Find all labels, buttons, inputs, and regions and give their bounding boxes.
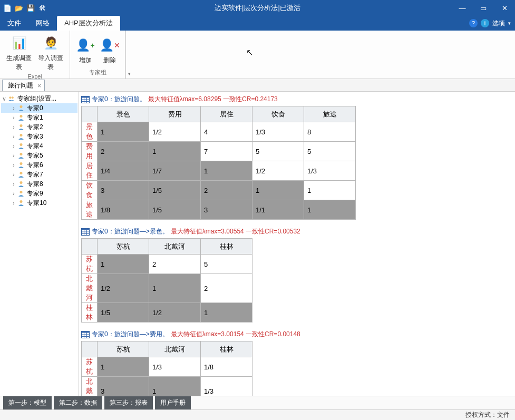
matrix-cell[interactable]: 1/3 <box>252 122 304 142</box>
person-icon <box>17 180 25 188</box>
svg-point-11 <box>20 162 23 165</box>
info-icon[interactable]: i <box>481 19 489 27</box>
matrix-cell[interactable]: 1/3 <box>149 357 201 377</box>
matrix-cell[interactable]: 1 <box>304 181 356 200</box>
tree-panel: v 专家组(设置... ›专家0›专家1›专家2›专家3›专家4›专家5›专家6… <box>0 92 79 396</box>
matrix-cell[interactable]: 7 <box>201 142 252 161</box>
tree-expand-icon[interactable]: v <box>1 96 7 102</box>
matrix-cell[interactable]: 1/4 <box>98 161 149 181</box>
tree-item-expert[interactable]: ›专家2 <box>1 122 77 132</box>
add-expert-button[interactable]: 👤+ 增加 <box>73 35 98 65</box>
menu-options[interactable]: 选项 <box>492 19 505 28</box>
tree-item-expert[interactable]: ›专家4 <box>1 141 77 151</box>
qat-open-icon[interactable]: 📂 <box>15 4 23 12</box>
matrix-cell[interactable]: 1/3 <box>201 377 252 396</box>
tree-expand-icon[interactable]: › <box>11 181 17 187</box>
matrix-cell[interactable]: 1 <box>149 377 201 396</box>
matrix-cell[interactable]: 1/7 <box>149 161 201 181</box>
matrix-cell[interactable]: 1/3 <box>304 161 356 181</box>
menu-network[interactable]: 网络 <box>28 16 57 31</box>
tree-item-expert[interactable]: ›专家10 <box>1 198 77 208</box>
matrix-cell[interactable]: 1 <box>252 181 304 200</box>
tree-expand-icon[interactable]: › <box>11 172 17 178</box>
matrix-cell[interactable]: 4 <box>201 122 252 142</box>
matrix-cell[interactable]: 1/2 <box>149 303 201 323</box>
row-header: 桂林 <box>82 303 98 323</box>
matrix-cell[interactable]: 3 <box>201 200 252 220</box>
chevron-down-icon[interactable]: ▾ <box>508 21 511 26</box>
tree-item-expert[interactable]: ›专家3 <box>1 132 77 141</box>
qat-new-icon[interactable]: 📄 <box>3 4 12 12</box>
qat-save-icon[interactable]: 💾 <box>26 4 35 12</box>
close-button[interactable]: ✕ <box>494 0 515 16</box>
svg-point-4 <box>12 96 14 99</box>
matrix-cell[interactable]: 1 <box>201 161 252 181</box>
tree-expand-icon[interactable]: › <box>11 153 17 159</box>
person-icon <box>17 133 25 140</box>
matrix-cell[interactable]: 8 <box>304 122 356 142</box>
qat-tools-icon[interactable]: 🛠 <box>38 4 46 12</box>
matrix-cell[interactable]: 2 <box>98 142 149 161</box>
matrix-cell[interactable]: 1 <box>149 274 201 303</box>
menu-file[interactable]: 文件 <box>0 16 28 31</box>
matrix-cell[interactable]: 1 <box>149 142 201 161</box>
matrix-cell[interactable]: 1/2 <box>252 161 304 181</box>
ribbon-dropdown[interactable]: ▾ <box>125 31 133 79</box>
status-text: 授权方式：文件 <box>465 411 510 419</box>
tree-expand-icon[interactable]: › <box>11 200 17 206</box>
help-icon[interactable]: ? <box>469 19 478 27</box>
matrix-cell[interactable]: 1 <box>201 303 252 323</box>
tree-root[interactable]: v 专家组(设置... <box>1 94 77 103</box>
tree-item-expert[interactable]: ›专家9 <box>1 189 77 198</box>
matrix-cell[interactable]: 1/1 <box>252 200 304 220</box>
doc-tab[interactable]: 旅行问题 × <box>2 80 45 91</box>
matrix-cell[interactable]: 2 <box>201 181 252 200</box>
tree-item-expert[interactable]: ›专家0 <box>1 103 77 113</box>
col-header: 苏杭 <box>98 341 149 357</box>
delete-expert-button[interactable]: 👤✕ 删除 <box>98 35 122 65</box>
step-tab-data[interactable]: 第二步：数据 <box>54 396 102 409</box>
tree-item-label: 专家6 <box>27 161 43 170</box>
import-survey-button[interactable]: 🧑‍💼 导入调查表 <box>35 33 66 72</box>
maximize-button[interactable]: ▭ <box>473 0 494 16</box>
doc-close-icon[interactable]: × <box>37 82 41 90</box>
matrix-cell[interactable]: 1/2 <box>98 274 149 303</box>
tree-item-expert[interactable]: ›专家6 <box>1 160 77 170</box>
tree-item-expert[interactable]: ›专家5 <box>1 151 77 160</box>
tree-expand-icon[interactable]: › <box>11 115 17 121</box>
matrix-cell[interactable]: 1/5 <box>149 200 201 220</box>
matrix-cell[interactable]: 2 <box>201 274 252 303</box>
tree-item-expert[interactable]: ›专家8 <box>1 179 77 189</box>
step-tab-report[interactable]: 第三步：报表 <box>104 396 153 409</box>
matrix-cell[interactable]: 1/8 <box>201 357 252 377</box>
matrix-cell[interactable]: 1/5 <box>98 303 149 323</box>
matrix-cell[interactable]: 1/5 <box>149 181 201 200</box>
matrix-scroll[interactable]: 专家0：旅游问题。 最大特征值λmax=6.08295 一致性CR=0.2417… <box>79 92 515 396</box>
tree-item-expert[interactable]: ›专家7 <box>1 170 77 179</box>
menu-ahp[interactable]: AHP层次分析法 <box>57 16 120 31</box>
tree-expand-icon[interactable]: › <box>11 143 17 149</box>
matrix-cell[interactable]: 1 <box>304 200 356 220</box>
matrix-cell[interactable]: 1/8 <box>98 200 149 220</box>
tree-expand-icon[interactable]: › <box>11 134 17 140</box>
matrix-cell[interactable]: 1/2 <box>149 122 201 142</box>
matrix-cell[interactable]: 3 <box>98 181 149 200</box>
matrix-cell[interactable]: 5 <box>201 255 252 274</box>
minimize-button[interactable]: ― <box>452 0 473 16</box>
matrix-cell[interactable]: 1 <box>98 357 149 377</box>
matrix-cell[interactable]: 1 <box>98 122 149 142</box>
step-tab-model[interactable]: 第一步：模型 <box>3 396 52 409</box>
tree-expand-icon[interactable]: › <box>11 162 17 168</box>
person-icon <box>17 152 25 159</box>
step-tab-manual[interactable]: 用户手册 <box>155 396 191 409</box>
matrix-cell[interactable]: 5 <box>304 142 356 161</box>
matrix-cell[interactable]: 2 <box>149 255 201 274</box>
tree-expand-icon[interactable]: › <box>11 191 17 197</box>
tree-expand-icon[interactable]: › <box>11 105 17 111</box>
matrix-cell[interactable]: 5 <box>252 142 304 161</box>
matrix-cell[interactable]: 3 <box>98 377 149 396</box>
gen-survey-button[interactable]: 📊 生成调查表 <box>3 33 35 72</box>
matrix-cell[interactable]: 1 <box>98 255 149 274</box>
tree-expand-icon[interactable]: › <box>11 124 17 130</box>
tree-item-expert[interactable]: ›专家1 <box>1 113 77 122</box>
